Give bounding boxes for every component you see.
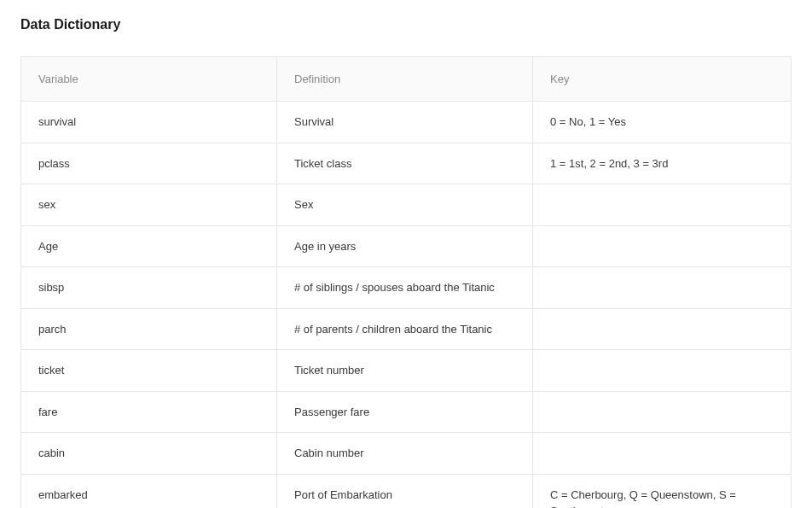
cell-variable: survival	[21, 102, 277, 143]
cell-variable: embarked	[21, 474, 277, 508]
cell-definition: Survival	[277, 102, 533, 143]
cell-definition: Passenger fare	[277, 391, 533, 433]
table-row: cabin Cabin number	[21, 433, 792, 475]
table-row: parch # of parents / children aboard the…	[21, 308, 792, 350]
cell-definition: Ticket number	[277, 350, 533, 392]
table-row: pclass Ticket class 1 = 1st, 2 = 2nd, 3 …	[21, 143, 792, 184]
cell-variable: fare	[21, 391, 277, 433]
cell-key: 1 = 1st, 2 = 2nd, 3 = 3rd	[533, 143, 792, 184]
table-row: survival Survival 0 = No, 1 = Yes	[21, 102, 792, 143]
cell-variable: sibsp	[21, 267, 277, 309]
cell-key: C = Cherbourg, Q = Queenstown, S = South…	[533, 474, 792, 508]
cell-key	[533, 225, 792, 267]
table-row: Age Age in years	[21, 225, 792, 267]
cell-key	[533, 391, 792, 433]
table-row: sibsp # of siblings / spouses aboard the…	[21, 267, 792, 309]
cell-definition: Age in years	[277, 225, 533, 267]
cell-variable: parch	[21, 308, 277, 350]
table-row: fare Passenger fare	[21, 391, 792, 433]
header-variable: Variable	[21, 57, 277, 102]
header-definition: Definition	[277, 57, 533, 102]
page-title: Data Dictionary	[20, 17, 792, 32]
table-row: sex Sex	[21, 184, 792, 226]
cell-key	[533, 308, 792, 350]
cell-definition: Cabin number	[277, 433, 533, 475]
cell-key	[533, 350, 792, 392]
cell-variable: cabin	[21, 433, 277, 475]
cell-key	[533, 184, 792, 226]
cell-key	[533, 267, 792, 309]
cell-variable: Age	[21, 225, 277, 267]
table-row: embarked Port of Embarkation C = Cherbou…	[21, 474, 792, 508]
cell-key: 0 = No, 1 = Yes	[533, 102, 792, 143]
cell-variable: sex	[21, 184, 277, 226]
cell-definition: Ticket class	[277, 143, 533, 184]
cell-definition: Sex	[277, 184, 533, 226]
cell-definition: # of parents / children aboard the Titan…	[277, 308, 533, 350]
cell-definition: Port of Embarkation	[277, 474, 533, 508]
table-row: ticket Ticket number	[21, 350, 792, 392]
cell-definition: # of siblings / spouses aboard the Titan…	[277, 267, 533, 309]
cell-key	[533, 433, 792, 475]
cell-variable: pclass	[21, 143, 277, 184]
header-key: Key	[533, 57, 792, 102]
data-dictionary-table: Variable Definition Key survival Surviva…	[20, 56, 792, 508]
cell-variable: ticket	[21, 350, 277, 392]
